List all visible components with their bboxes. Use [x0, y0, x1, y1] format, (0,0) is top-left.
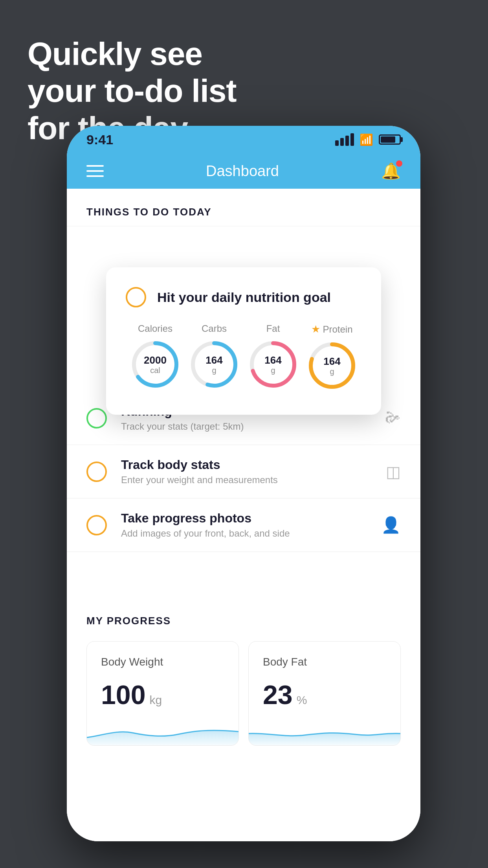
nutrition-circle: [126, 287, 146, 307]
scale-icon: ◫: [386, 463, 401, 481]
todo-title-body: Track body stats: [121, 458, 378, 472]
todo-circle-photos: [86, 515, 107, 535]
todo-subtitle-photos: Add images of your front, back, and side: [121, 528, 373, 539]
nutrition-rings: Calories 2000 cal Carbs: [126, 323, 361, 391]
carbs-unit: g: [205, 366, 222, 374]
progress-cards: Body Weight 100 kg: [86, 641, 401, 746]
body-fat-chart: [249, 718, 400, 745]
signal-icon: [335, 133, 354, 146]
star-icon: ★: [311, 323, 320, 335]
app-header: Dashboard 🔔: [67, 153, 420, 189]
carbs-ring: Carbs 164 g: [189, 323, 240, 390]
body-weight-card[interactable]: Body Weight 100 kg: [86, 641, 239, 746]
protein-value: 164: [323, 356, 340, 367]
calories-ring: Calories 2000 cal: [130, 323, 181, 390]
todo-title-photos: Take progress photos: [121, 511, 373, 526]
body-fat-title: Body Fat: [263, 656, 386, 668]
body-weight-unit: kg: [149, 693, 162, 707]
fat-unit: g: [264, 366, 281, 374]
progress-section: MY PROGRESS Body Weight 100 kg: [67, 599, 420, 761]
notification-button[interactable]: 🔔: [381, 162, 401, 180]
fat-value: 164: [264, 355, 281, 366]
fat-ring: Fat 164 g: [248, 323, 299, 390]
status-icons: 📶: [335, 133, 401, 146]
body-fat-unit: %: [297, 693, 307, 707]
fat-label: Fat: [266, 323, 280, 334]
list-item[interactable]: Take progress photos Add images of your …: [67, 498, 420, 552]
todo-subtitle-running: Track your stats (target: 5km): [121, 421, 377, 432]
list-item[interactable]: Track body stats Enter your weight and m…: [67, 445, 420, 498]
hero-line2: your to-do list: [28, 72, 237, 109]
todo-subtitle-body: Enter your weight and measurements: [121, 474, 378, 485]
body-fat-value: 23: [263, 679, 293, 710]
calories-unit: cal: [144, 366, 167, 374]
body-weight-title: Body Weight: [101, 656, 224, 668]
phone-frame: 9:41 📶 Dashboard 🔔: [67, 126, 420, 841]
nutrition-card-title: Hit your daily nutrition goal: [157, 290, 331, 305]
carbs-value: 164: [205, 355, 222, 366]
body-weight-value: 100: [101, 679, 145, 710]
person-icon: 👤: [381, 516, 401, 534]
calories-label: Calories: [138, 323, 172, 334]
running-icon: 🙞: [385, 409, 401, 427]
calories-value: 2000: [144, 355, 167, 366]
todo-circle-body: [86, 462, 107, 482]
nutrition-card[interactable]: Hit your daily nutrition goal Calories 2…: [106, 267, 381, 415]
status-time: 9:41: [86, 132, 113, 147]
body-weight-chart: [87, 718, 238, 745]
wifi-icon: 📶: [360, 133, 373, 146]
protein-ring: ★ Protein 164 g: [306, 323, 358, 391]
protein-label: Protein: [323, 324, 352, 335]
empty-space: [67, 552, 420, 599]
todo-circle-running: [86, 408, 107, 428]
status-bar: 9:41 📶: [67, 126, 420, 153]
carbs-label: Carbs: [202, 323, 227, 334]
things-header: THINGS TO DO TODAY: [67, 189, 420, 226]
progress-heading: MY PROGRESS: [86, 615, 401, 627]
things-heading: THINGS TO DO TODAY: [86, 206, 401, 218]
header-title: Dashboard: [206, 163, 279, 180]
protein-unit: g: [323, 367, 340, 375]
menu-button[interactable]: [86, 165, 104, 177]
battery-icon: [379, 134, 401, 145]
notification-badge: [396, 160, 402, 167]
hero-line1: Quickly see: [28, 35, 237, 72]
body-fat-card[interactable]: Body Fat 23 %: [248, 641, 401, 746]
